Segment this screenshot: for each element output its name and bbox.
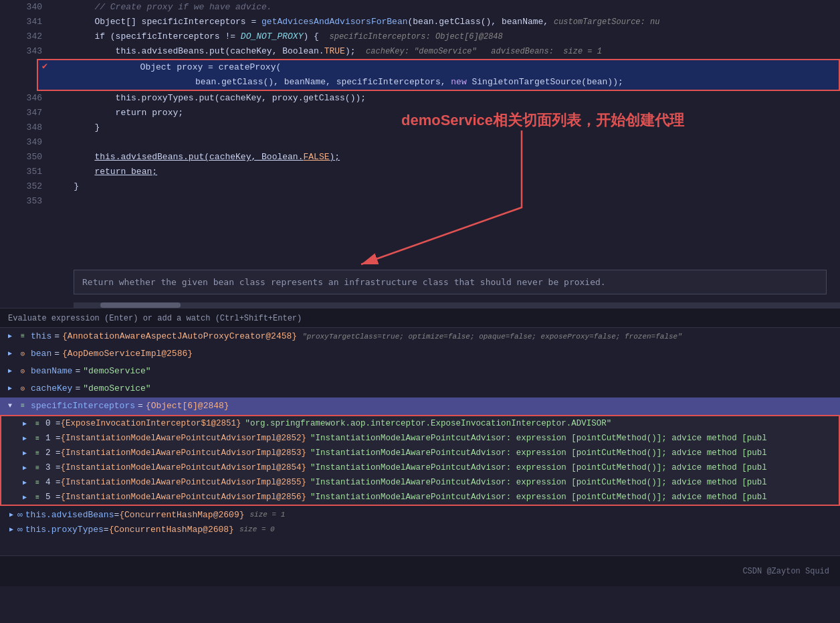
int-val-1: "InstantiationModelAwarePointcutAdvisor:… xyxy=(310,434,767,443)
expand-int-2[interactable]: ▶ xyxy=(19,449,31,457)
bv-hint-2: size = 0 xyxy=(239,525,275,533)
line-content-347: return proxy; xyxy=(50,106,840,120)
code-scrollbar-thumb[interactable] xyxy=(100,302,181,308)
inf-icon-1: ∞ xyxy=(17,510,23,520)
int-obj-4: {InstantiationModelAwarePointcutAdvisorI… xyxy=(61,478,307,487)
expand-int-1[interactable]: ▶ xyxy=(19,434,31,442)
line-num-351: 351 xyxy=(13,165,50,179)
code-line-347: 347 return proxy; xyxy=(0,106,840,120)
var-row-beanname[interactable]: ▶ ⊙ beanName = "demoService" xyxy=(0,363,840,380)
footer-credit: CSDN @Zayton Squid xyxy=(742,567,829,576)
expand-cachekey[interactable]: ▶ xyxy=(4,381,16,397)
int-index-4: 4 = xyxy=(45,478,61,487)
expand-int-4[interactable]: ▶ xyxy=(19,478,31,486)
expand-beanname[interactable]: ▶ xyxy=(4,363,16,379)
eval-bar-text: Evaluate expression (Enter) or add a wat… xyxy=(8,314,302,323)
expand-bean[interactable]: ▶ xyxy=(4,346,16,362)
eval-bar[interactable]: Evaluate expression (Enter) or add a wat… xyxy=(0,310,840,328)
line-content-340: // Create proxy if we have advice. xyxy=(50,0,840,15)
icon-bean: ⊙ xyxy=(16,346,29,362)
line-content-352: } xyxy=(50,179,840,194)
var-name-beanname: beanName xyxy=(31,363,72,379)
code-line-348: 348 } xyxy=(0,120,840,135)
icon-interceptors: ≡ xyxy=(16,398,29,414)
interceptor-row-1[interactable]: ▶ ≡ 1 = {InstantiationModelAwarePointcut… xyxy=(1,431,839,446)
code-line-352: 352 } xyxy=(0,179,840,194)
bv-val-2: {ConcurrentHashMap@2608} xyxy=(109,525,234,535)
line-num-340: 340 xyxy=(13,0,50,15)
expand-int-5[interactable]: ▶ xyxy=(19,493,31,501)
int-index-1: 1 = xyxy=(45,434,61,443)
expand-interceptors[interactable]: ▼ xyxy=(4,398,16,414)
var-row-interceptors[interactable]: ▼ ≡ specificInterceptors = {Object[6]@28… xyxy=(0,397,840,415)
icon-cachekey: ⊙ xyxy=(16,381,29,397)
line-content-346: this.proxyTypes.put(cacheKey, proxy.getC… xyxy=(50,91,840,106)
expand-int-0[interactable]: ▶ xyxy=(19,420,31,428)
code-line-343: 343 this.advisedBeans.put(cacheKey, Bool… xyxy=(0,44,840,59)
expand-this[interactable]: ▶ xyxy=(4,329,16,345)
var-name-cachekey: cacheKey xyxy=(31,381,72,397)
interceptor-row-5[interactable]: ▶ ≡ 5 = {InstantiationModelAwarePointcut… xyxy=(1,490,839,505)
var-value-interceptors: {Object[6]@2848} xyxy=(146,398,229,414)
icon-int-5: ≡ xyxy=(31,494,44,501)
doc-tooltip: Return whether the given bean class repr… xyxy=(74,270,827,295)
code-scrollbar-track[interactable] xyxy=(74,302,840,308)
int-obj-1: {InstantiationModelAwarePointcutAdvisorI… xyxy=(61,434,307,443)
line-num-346: 346 xyxy=(13,91,50,106)
line-content-351: return bean; xyxy=(50,165,840,179)
icon-beanname: ⊙ xyxy=(16,363,29,379)
bottom-var-proxyTypes[interactable]: ▶ ∞ this.proxyTypes = {ConcurrentHashMap… xyxy=(0,522,840,537)
var-name-interceptors: specificInterceptors xyxy=(31,398,135,414)
code-section: 340 // Create proxy if we have advice. 3… xyxy=(0,0,840,308)
line-content-342: if (specificInterceptors != DO_NOT_PROXY… xyxy=(50,29,840,44)
line-content-344: Object proxy = createProxy( xyxy=(75,60,839,75)
expand-proxy[interactable]: ▶ xyxy=(5,525,17,533)
expand-int-3[interactable]: ▶ xyxy=(19,464,31,472)
line-num-342: 342 xyxy=(13,29,50,44)
footer: CSDN @Zayton Squid xyxy=(0,555,840,586)
bottom-vars: ▶ ∞ this.advisedBeans = {ConcurrentHashM… xyxy=(0,506,840,538)
gutter-344: ✔ xyxy=(38,60,51,72)
code-line-346: 346 this.proxyTypes.put(cacheKey, proxy.… xyxy=(0,91,840,106)
interceptor-row-0[interactable]: ▶ ≡ 0 = {ExposeInvocationInterceptor$1@2… xyxy=(1,416,839,431)
expand-advised[interactable]: ▶ xyxy=(5,511,17,519)
variables-section: ▶ ≡ this = {AnnotationAwareAspectJAutoPr… xyxy=(0,328,840,555)
doc-text: Return whether the given bean class repr… xyxy=(82,277,606,287)
icon-int-1: ≡ xyxy=(31,435,44,442)
var-row-this[interactable]: ▶ ≡ this = {AnnotationAwareAspectJAutoPr… xyxy=(0,328,840,345)
code-line-350: 350 this.advisedBeans.put(cacheKey, Bool… xyxy=(0,150,840,165)
bottom-var-advisedBeans[interactable]: ▶ ∞ this.advisedBeans = {ConcurrentHashM… xyxy=(0,507,840,522)
icon-int-0: ≡ xyxy=(31,420,44,428)
icon-int-4: ≡ xyxy=(31,479,44,486)
var-row-bean[interactable]: ▶ ⊙ bean = {AopDemoServiceImpl@2586} xyxy=(0,345,840,363)
var-name-bean: bean xyxy=(31,346,51,362)
icon-int-3: ≡ xyxy=(31,464,44,472)
line-num-347: 347 xyxy=(13,106,50,120)
int-val-3: "InstantiationModelAwarePointcutAdvisor:… xyxy=(310,463,767,472)
int-index-5: 5 = xyxy=(45,493,61,502)
line-num-341: 341 xyxy=(13,15,50,29)
var-value-bean: {AopDemoServiceImpl@2586} xyxy=(62,346,193,362)
code-line-351: 351 return bean; xyxy=(0,165,840,179)
int-val-4: "InstantiationModelAwarePointcutAdvisor:… xyxy=(310,478,767,487)
int-obj-5: {InstantiationModelAwarePointcutAdvisorI… xyxy=(61,493,307,502)
interceptor-row-4[interactable]: ▶ ≡ 4 = {InstantiationModelAwarePointcut… xyxy=(1,475,839,490)
interceptor-block: ▶ ≡ 0 = {ExposeInvocationInterceptor$1@2… xyxy=(0,415,840,506)
code-line-344: ✔ Object proxy = createProxy( xyxy=(37,59,840,75)
interceptor-row-2[interactable]: ▶ ≡ 2 = {InstantiationModelAwarePointcut… xyxy=(1,446,839,460)
line-num-350: 350 xyxy=(13,150,50,165)
var-hint-this: "proxyTargetClass=true; optimize=false; … xyxy=(302,329,682,345)
line-num-343: 343 xyxy=(13,44,50,59)
icon-int-2: ≡ xyxy=(31,450,44,457)
code-line-345: bean.getClass(), beanName, specificInter… xyxy=(37,75,840,91)
line-num-348: 348 xyxy=(13,120,50,135)
int-index-0: 0 = xyxy=(45,419,61,428)
inf-icon-2: ∞ xyxy=(17,525,23,535)
line-num-352: 352 xyxy=(13,179,50,194)
bv-name-2: this.proxyTypes xyxy=(25,525,104,535)
code-line-353: 353 xyxy=(0,194,840,209)
line-content-345: bean.getClass(), beanName, specificInter… xyxy=(88,75,839,90)
var-row-cachekey[interactable]: ▶ ⊙ cacheKey = "demoService" xyxy=(0,380,840,397)
int-index-2: 2 = xyxy=(45,448,61,458)
interceptor-row-3[interactable]: ▶ ≡ 3 = {InstantiationModelAwarePointcut… xyxy=(1,460,839,475)
